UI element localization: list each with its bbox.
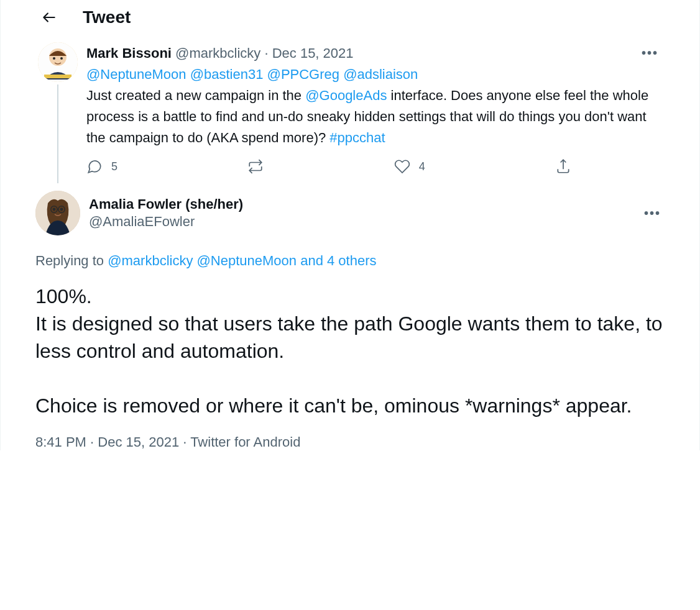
mention-link[interactable]: @PPCGreg xyxy=(267,66,339,82)
tweet-date: Dec 15, 2021 xyxy=(272,45,354,61)
share-button[interactable] xyxy=(555,158,571,175)
replying-others[interactable]: and 4 others xyxy=(297,253,376,268)
author-handle: @markbclicky xyxy=(175,45,260,61)
like-button[interactable]: 4 xyxy=(394,158,425,175)
more-icon: ••• xyxy=(644,206,661,220)
more-icon: ••• xyxy=(642,46,658,60)
like-count: 4 xyxy=(419,160,425,173)
reply-button[interactable]: 5 xyxy=(86,158,117,175)
more-button[interactable]: ••• xyxy=(640,203,665,224)
author-name: Mark Bissoni xyxy=(86,45,172,61)
heart-icon xyxy=(394,158,410,175)
avatar[interactable] xyxy=(35,191,80,235)
hashtag-link[interactable]: #ppcchat xyxy=(329,130,385,145)
mention-link[interactable]: @adsliaison xyxy=(343,66,418,82)
reply-count: 5 xyxy=(111,160,117,173)
more-button[interactable]: ••• xyxy=(638,42,662,64)
arrow-left-icon xyxy=(41,9,57,25)
page-title: Tweet xyxy=(83,7,131,27)
user-line[interactable]: Mark Bissoni @markbclicky · Dec 15, 2021 xyxy=(86,45,354,62)
parent-tweet[interactable]: Mark Bissoni @markbclicky · Dec 15, 2021… xyxy=(1,35,699,183)
back-button[interactable] xyxy=(38,6,60,29)
mention-link[interactable]: @bastien31 xyxy=(190,66,264,82)
share-icon xyxy=(555,158,571,175)
tweet-text: Just created a new campaign in the @Goog… xyxy=(86,85,662,148)
thread-line xyxy=(57,84,58,183)
replying-to: Replying to @markbclicky @NeptuneMoon an… xyxy=(35,253,665,269)
avatar[interactable] xyxy=(38,42,78,82)
replying-mentions[interactable]: @markbclicky @NeptuneMoon xyxy=(108,253,297,268)
author-handle[interactable]: @AmaliaEFowler xyxy=(89,213,632,230)
tweet-text: 100%. It is designed so that users take … xyxy=(35,283,665,419)
author-name[interactable]: Amalia Fowler (she/her) xyxy=(89,196,632,213)
svg-point-3 xyxy=(60,57,63,60)
inline-mention[interactable]: @GoogleAds xyxy=(305,88,387,103)
mention-link[interactable]: @NeptuneMoon xyxy=(86,66,187,82)
mentions: @NeptuneMoon @bastien31 @PPCGreg @adslia… xyxy=(86,65,662,84)
reply-icon xyxy=(86,158,103,175)
retweet-icon xyxy=(247,158,264,175)
svg-point-7 xyxy=(53,208,56,211)
svg-point-8 xyxy=(60,208,63,211)
svg-rect-4 xyxy=(44,75,71,78)
tweet-time: 8:41 PM xyxy=(35,434,86,450)
main-tweet: Amalia Fowler (she/her) @AmaliaEFowler •… xyxy=(1,183,699,450)
svg-point-2 xyxy=(53,57,55,60)
tweet-meta[interactable]: 8:41 PM · Dec 15, 2021 · Twitter for And… xyxy=(35,434,665,450)
tweet-date: Dec 15, 2021 xyxy=(98,434,179,450)
retweet-button[interactable] xyxy=(247,158,264,175)
tweet-source: Twitter for Android xyxy=(190,434,300,450)
